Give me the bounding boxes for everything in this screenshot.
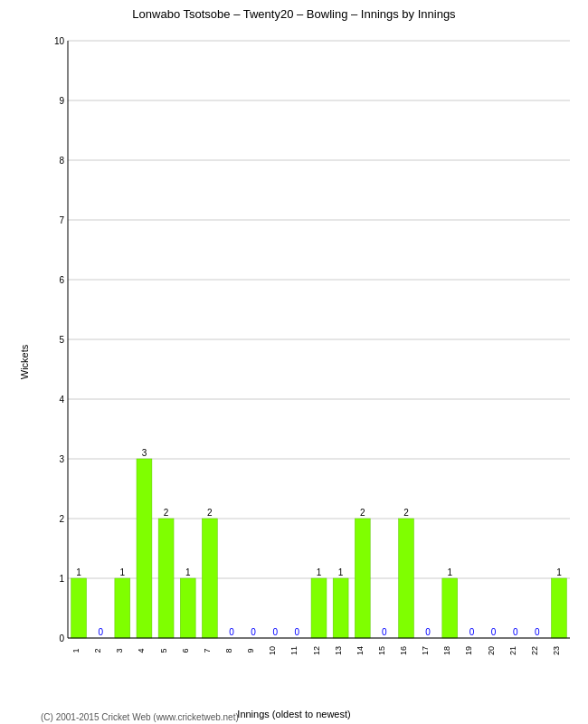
svg-text:10: 10 — [54, 36, 65, 46]
svg-rect-61 — [399, 519, 414, 638]
svg-text:6: 6 — [181, 648, 190, 653]
svg-text:4: 4 — [137, 648, 146, 653]
svg-rect-27 — [115, 578, 130, 638]
svg-text:6: 6 — [59, 275, 64, 285]
svg-text:2: 2 — [164, 508, 169, 518]
svg-text:10: 10 — [268, 646, 277, 655]
svg-text:1: 1 — [556, 567, 562, 577]
svg-rect-50 — [311, 578, 327, 638]
svg-text:1: 1 — [338, 567, 344, 577]
copyright: (C) 2001-2015 Cricket Web (www.cricketwe… — [41, 712, 239, 722]
svg-text:9: 9 — [246, 648, 255, 653]
svg-rect-39 — [202, 519, 217, 638]
svg-rect-66 — [442, 578, 458, 638]
svg-rect-22 — [71, 578, 87, 638]
svg-text:0: 0 — [491, 627, 497, 637]
svg-text:13: 13 — [334, 646, 343, 655]
svg-text:7: 7 — [203, 648, 212, 653]
svg-text:3: 3 — [142, 448, 147, 458]
svg-rect-77 — [551, 578, 566, 638]
chart-area: 0123456789101102133425162708090100111121… — [41, 32, 579, 674]
svg-text:1: 1 — [71, 648, 81, 653]
svg-text:1: 1 — [59, 574, 64, 584]
svg-text:4: 4 — [59, 395, 64, 405]
svg-text:1: 1 — [448, 567, 453, 577]
svg-text:1: 1 — [317, 567, 322, 577]
chart-svg: 0123456789101102133425162708090100111121… — [41, 32, 579, 674]
svg-text:0: 0 — [535, 627, 540, 637]
svg-text:1: 1 — [120, 567, 126, 577]
svg-text:23: 23 — [552, 646, 561, 655]
svg-text:2: 2 — [207, 508, 213, 518]
svg-text:14: 14 — [356, 646, 365, 655]
svg-text:5: 5 — [59, 335, 64, 345]
svg-rect-36 — [180, 578, 195, 638]
svg-text:20: 20 — [487, 646, 496, 655]
svg-text:11: 11 — [289, 646, 299, 655]
svg-text:18: 18 — [442, 646, 451, 655]
svg-rect-33 — [158, 519, 174, 638]
svg-rect-56 — [355, 519, 370, 638]
svg-text:2: 2 — [403, 508, 409, 518]
svg-text:1: 1 — [76, 567, 81, 577]
svg-text:15: 15 — [377, 646, 386, 655]
svg-rect-30 — [137, 459, 152, 638]
svg-text:8: 8 — [224, 648, 233, 653]
svg-rect-53 — [333, 578, 348, 638]
svg-text:16: 16 — [399, 646, 408, 655]
svg-text:22: 22 — [530, 646, 539, 655]
svg-text:0: 0 — [59, 634, 64, 643]
svg-text:0: 0 — [98, 627, 103, 637]
svg-text:12: 12 — [312, 646, 321, 655]
svg-text:3: 3 — [59, 454, 64, 464]
svg-text:0: 0 — [382, 627, 387, 637]
svg-text:8: 8 — [59, 156, 64, 166]
svg-text:0: 0 — [469, 627, 475, 637]
svg-text:0: 0 — [251, 627, 256, 637]
svg-text:0: 0 — [513, 627, 518, 637]
svg-text:5: 5 — [159, 648, 168, 653]
svg-text:7: 7 — [59, 215, 64, 225]
y-axis-label: Wickets — [19, 345, 30, 380]
svg-text:3: 3 — [115, 648, 124, 653]
svg-text:19: 19 — [464, 646, 473, 655]
svg-text:9: 9 — [59, 96, 64, 106]
chart-container: Lonwabo Tsotsobe – Twenty20 – Bowling – … — [0, 0, 588, 724]
svg-text:1: 1 — [185, 567, 191, 577]
svg-text:2: 2 — [59, 514, 64, 524]
svg-text:2: 2 — [360, 508, 365, 518]
svg-text:0: 0 — [229, 627, 234, 637]
svg-text:0: 0 — [425, 627, 431, 637]
svg-text:0: 0 — [272, 627, 278, 637]
x-axis-label: Innings (oldest to newest) — [237, 709, 350, 719]
svg-text:2: 2 — [93, 648, 102, 653]
svg-text:0: 0 — [295, 627, 300, 637]
chart-title: Lonwabo Tsotsobe – Twenty20 – Bowling – … — [0, 0, 588, 24]
svg-text:17: 17 — [421, 646, 430, 655]
svg-text:21: 21 — [508, 646, 517, 655]
